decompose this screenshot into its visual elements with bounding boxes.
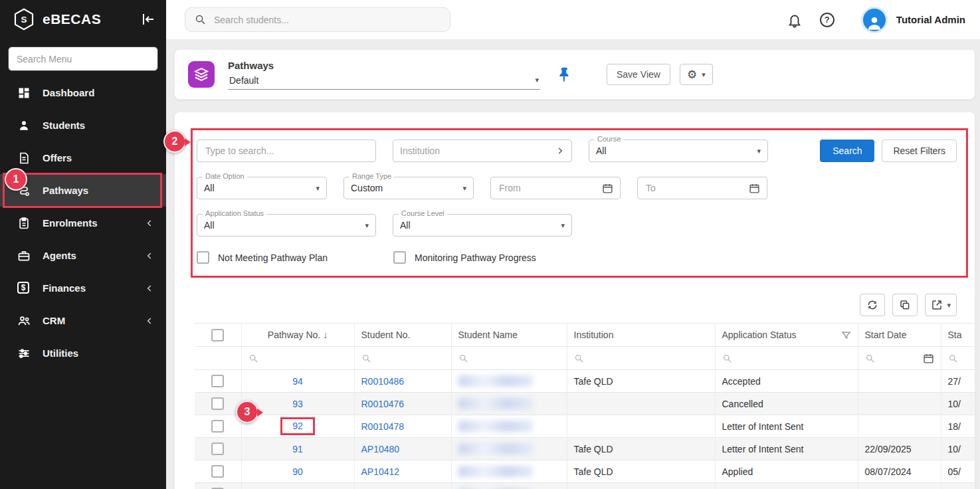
column-header-status[interactable]: Sta (941, 324, 975, 347)
search-icon (458, 353, 468, 363)
table-row[interactable]: 89 AP10411 Tafe QLD Accepted 16/ (195, 483, 975, 489)
sidebar-item-enrolments[interactable]: Enrolments (0, 207, 166, 239)
student-no-link[interactable]: R0010486 (361, 376, 405, 387)
filter-funnel-icon[interactable] (841, 330, 851, 340)
export-button[interactable]: ▾ (925, 294, 957, 316)
course-dropdown[interactable]: Course All ▾ (589, 140, 768, 162)
copy-button[interactable] (892, 294, 918, 316)
filter-cell-application-status[interactable] (715, 347, 858, 370)
topbar: ? Tutorial Admin (166, 0, 980, 40)
application-status-dropdown[interactable]: Application Status All ▾ (197, 214, 376, 237)
cell-institution: Tafe QLD (567, 483, 715, 489)
column-header-application-status[interactable]: Application Status (715, 324, 858, 347)
cell-status: 10/ (941, 393, 975, 415)
sidebar-item-dashboard[interactable]: Dashboard (0, 76, 166, 109)
filter-cell-student-no[interactable] (354, 347, 451, 370)
user-name: Tutorial Admin (896, 14, 965, 25)
annotation-box-step2: Institution Course All ▾ Search (191, 128, 968, 278)
chevron-down-icon: ▾ (462, 185, 466, 192)
pathway-no-link[interactable]: 92 (292, 421, 303, 431)
course-level-dropdown[interactable]: Course Level All ▾ (393, 214, 572, 237)
filter-cell-student-name[interactable] (451, 347, 567, 370)
row-checkbox[interactable] (211, 465, 224, 478)
table-row[interactable]: 93 R0010476 Cancelled 10/ (195, 393, 975, 415)
student-no-link[interactable]: R0010476 (361, 399, 405, 409)
finances-icon: $ (17, 282, 31, 295)
sidebar-item-offers[interactable]: Offers (0, 142, 166, 174)
to-date-input[interactable] (644, 182, 749, 194)
column-header-pathway-no[interactable]: Pathway No. ↓ (241, 324, 354, 347)
pathway-no-link[interactable]: 91 (292, 444, 303, 454)
search-button[interactable]: Search (820, 140, 874, 162)
row-checkbox[interactable] (211, 375, 224, 387)
table-row[interactable]: 90 AP10412 Tafe QLD Applied 08/07/2024 0… (195, 460, 975, 483)
column-header-student-no[interactable]: Student No. (354, 324, 451, 347)
cell-student-name (451, 438, 567, 460)
main-area: ? Tutorial Admin Pathways Default (166, 0, 980, 489)
date-option-dropdown[interactable]: Date Option All ▾ (197, 177, 327, 199)
refresh-button[interactable] (860, 294, 885, 316)
column-header-institution[interactable]: Institution (567, 324, 715, 347)
calendar-icon[interactable] (923, 353, 934, 364)
view-select[interactable]: Default ▾ (228, 73, 540, 90)
filter-row-1: Institution Course All ▾ Search (195, 140, 957, 162)
cell-select (195, 393, 241, 415)
refresh-icon (866, 299, 878, 311)
pathway-no-link[interactable]: 93 (292, 399, 303, 409)
calendar-icon[interactable] (749, 183, 760, 194)
filter-cell-institution[interactable] (567, 347, 715, 370)
sidebar-item-agents[interactable]: Agents (0, 239, 166, 272)
filter-cell-start-date[interactable] (858, 347, 941, 370)
sidebar-item-students[interactable]: Students (0, 109, 166, 142)
select-all-checkbox[interactable] (211, 329, 224, 342)
crm-icon (17, 314, 31, 328)
chevron-down-icon: ▾ (535, 76, 539, 84)
search-icon (574, 353, 584, 363)
student-no-link[interactable]: AP10480 (361, 444, 400, 454)
view-settings-button[interactable]: ⚙ ▾ (680, 64, 713, 85)
table-row[interactable]: 92 R0010478 Letter of Intent Sent 18/ (195, 415, 975, 438)
monitoring-checkbox[interactable]: Monitoring Pathway Progress (393, 251, 536, 264)
filter-cell-status[interactable] (941, 347, 975, 370)
row-checkbox[interactable] (211, 420, 224, 433)
reset-filters-button[interactable]: Reset Filters (882, 140, 957, 162)
from-date-input[interactable] (498, 182, 602, 194)
pathway-no-link[interactable]: 90 (292, 466, 303, 477)
range-type-dropdown[interactable]: Range Type Custom ▾ (343, 177, 474, 199)
row-checkbox[interactable] (211, 397, 224, 410)
sidebar-item-crm[interactable]: CRM (0, 304, 166, 337)
cell-student-name (451, 393, 567, 415)
student-no-link[interactable]: AP10412 (361, 466, 400, 477)
annotation-step-3: 3 (236, 401, 258, 423)
sidebar-item-finances[interactable]: $ Finances (0, 272, 166, 304)
not-meeting-checkbox[interactable]: Not Meeting Pathway Plan (197, 251, 377, 264)
text-search-input[interactable] (204, 145, 369, 157)
table-row[interactable]: 94 R0010486 Tafe QLD Accepted 27/ (195, 370, 975, 393)
institution-dropdown[interactable]: Institution (393, 140, 572, 162)
notifications-bell-icon[interactable] (787, 12, 803, 28)
menu-search-input[interactable] (8, 47, 158, 71)
student-search-input[interactable] (213, 14, 441, 26)
column-header-student-name[interactable]: Student Name (451, 324, 567, 347)
cell-start-date: 22/09/2025 (858, 438, 941, 460)
help-icon[interactable]: ? (820, 13, 834, 27)
checkbox-icon (197, 251, 209, 264)
student-no-link[interactable]: R0010478 (361, 421, 405, 432)
save-view-button[interactable]: Save View (607, 64, 670, 85)
pathway-no-link[interactable]: 94 (292, 376, 303, 387)
sidebar-item-utilities[interactable]: Utilities (0, 337, 166, 369)
column-header-start-date[interactable]: Start Date (858, 324, 941, 347)
cell-status: 27/ (941, 370, 975, 393)
calendar-icon[interactable] (602, 183, 613, 194)
table-row[interactable]: 91 AP10480 Tafe QLD Letter of Intent Sen… (195, 438, 975, 460)
filter-cell-pathway-no[interactable] (241, 347, 354, 370)
sidebar: S eBECAS Dashboard Students (0, 0, 166, 489)
cell-status: 05/ (941, 460, 975, 483)
user-menu[interactable]: Tutorial Admin (852, 7, 965, 33)
row-checkbox[interactable] (211, 442, 224, 455)
cell-start-date (858, 415, 941, 438)
pin-icon[interactable] (556, 66, 573, 83)
sidebar-collapse-icon[interactable] (140, 11, 155, 27)
sidebar-item-label: Students (43, 120, 154, 131)
redacted-student-name (458, 421, 533, 432)
